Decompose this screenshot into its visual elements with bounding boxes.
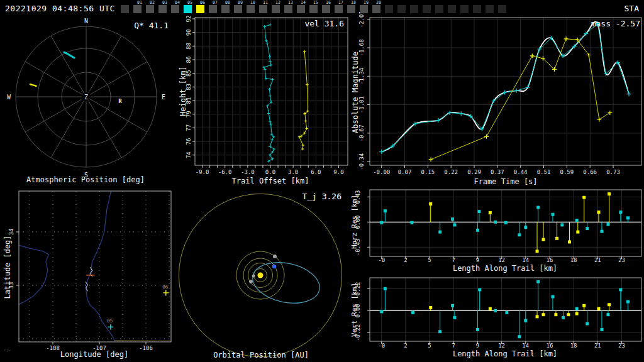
ground-map-plot: 0506-108-107-1063433 (8, 191, 171, 351)
station-indicator-11[interactable] (259, 5, 267, 13)
station-indicator-label: 04 (175, 0, 180, 5)
station-indicator-label: 15 (313, 0, 318, 5)
trail-offset-plot: 9290888685838179777674-9.0-6.0-3.00.03.0… (186, 16, 348, 175)
station-indicator-17[interactable] (335, 5, 343, 13)
svg-text:77: 77 (186, 124, 192, 131)
svg-text:12: 12 (498, 343, 505, 349)
frame-time-axis-label: Frame Time [s] (474, 178, 537, 185)
station-indicator-empty[interactable] (498, 5, 506, 13)
svg-text:9: 9 (476, 343, 479, 349)
station-indicator-label: 10 (250, 0, 255, 5)
svg-text:R: R (118, 98, 122, 104)
svg-text:23: 23 (618, 257, 625, 263)
vert-res-plot: -025791214161821230.220.00-0.22 (355, 278, 641, 349)
station-indicator-12[interactable] (272, 5, 280, 13)
station-indicator-13[interactable] (284, 5, 292, 13)
station-indicator-18[interactable] (347, 5, 355, 13)
station-indicator-16[interactable] (322, 5, 330, 13)
station-indicator-label: 20 (376, 0, 381, 5)
svg-text:-108: -108 (46, 345, 60, 351)
svg-text:E: E (162, 94, 165, 101)
station-strip: 0102030405060708091011121314151617181920 (0, 0, 644, 15)
svg-text:0.44: 0.44 (514, 169, 528, 175)
station-indicator-15[interactable] (309, 5, 318, 13)
station-indicator-empty[interactable] (410, 5, 418, 13)
svg-text:0.0: 0.0 (265, 169, 275, 175)
svg-text:86: 86 (186, 57, 192, 63)
station-indicator-label: 13 (288, 0, 293, 5)
atmospheric-title: Atmospheric Position [deg] (26, 176, 145, 184)
svg-text:0.15: 0.15 (421, 169, 435, 175)
station-indicator-empty[interactable] (423, 5, 431, 13)
station-indicator-09[interactable] (234, 5, 242, 13)
station-indicator-06[interactable] (196, 5, 204, 13)
svg-text:-6.0: -6.0 (218, 169, 232, 175)
trail-offset-axis-label: Trail Offset [km] (232, 177, 309, 185)
svg-text:14: 14 (522, 257, 529, 263)
station-indicator-label: 02 (150, 0, 155, 5)
station-indicator-empty[interactable] (397, 5, 406, 13)
station-indicator-empty[interactable] (473, 5, 481, 13)
svg-text:18: 18 (570, 257, 577, 263)
station-indicator-label: 11 (263, 0, 268, 5)
station-indicator-label: 14 (301, 0, 306, 5)
svg-text:2: 2 (404, 257, 407, 263)
svg-text:3.0: 3.0 (288, 169, 298, 175)
station-indicator-empty[interactable] (385, 5, 393, 13)
station-indicator-label: 01 (137, 0, 142, 5)
latitude-axis-label: Latitude [deg] (4, 235, 11, 299)
svg-text:-9.0: -9.0 (196, 169, 209, 175)
station-indicator-08[interactable] (221, 5, 230, 13)
station-indicator-label: 18 (351, 0, 356, 5)
station-indicator-empty[interactable] (435, 5, 443, 13)
watermark: rjw (4, 348, 11, 352)
svg-text:16: 16 (547, 343, 553, 349)
station-indicator-empty[interactable] (460, 5, 469, 13)
orbital-position-plot (179, 194, 341, 356)
planet-mars (273, 255, 277, 258)
svg-text:0.51: 0.51 (537, 169, 551, 175)
svg-text:0.37: 0.37 (491, 169, 504, 175)
station-indicator-01[interactable] (133, 5, 142, 13)
station-indicator-10[interactable] (247, 5, 255, 13)
vert-res-axis-label: Vert Res [km] (351, 283, 358, 337)
svg-text:0.59: 0.59 (560, 169, 574, 175)
tisserand-stat: T_j 3.26 (302, 192, 341, 200)
q-stat: Q* 41.1 (134, 21, 169, 30)
svg-text:21: 21 (594, 343, 601, 349)
station-indicator-label: 12 (275, 0, 280, 5)
station-indicator-04[interactable] (171, 5, 179, 13)
station-indicator-label: 16 (326, 0, 331, 5)
orbit-title: Orbital Position [AU] (213, 351, 309, 359)
svg-text:12: 12 (498, 257, 505, 263)
svg-text:W: W (7, 94, 11, 101)
station-indicator-empty[interactable] (448, 5, 456, 13)
station-indicator-07[interactable] (209, 5, 217, 13)
station-indicator-label: 03 (162, 0, 167, 5)
svg-text:9.0: 9.0 (333, 169, 343, 175)
svg-text:-0: -0 (378, 343, 385, 349)
station-indicator-14[interactable] (297, 5, 305, 13)
svg-text:7: 7 (452, 343, 455, 349)
longitude-axis-label: Longitude [deg] (60, 351, 128, 358)
svg-text:06: 06 (162, 284, 169, 290)
height-axis-label: Height [km] (179, 66, 187, 116)
station-indicator-19[interactable] (360, 5, 368, 13)
svg-text:90: 90 (186, 29, 192, 36)
svg-text:92: 92 (186, 16, 192, 23)
station-indicator-03[interactable] (158, 5, 167, 13)
station-indicator-label: 06 (200, 0, 205, 5)
vert-length-axis-label: Length Along Trail [km] (453, 350, 557, 358)
magnitude-plot: -0.000.070.150.220.290.370.440.510.590.6… (358, 11, 641, 175)
station-indicator-05[interactable] (184, 5, 192, 13)
station-indicator-empty[interactable] (486, 5, 494, 13)
svg-text:2: 2 (404, 343, 407, 349)
station-indicator-20[interactable] (372, 5, 380, 13)
svg-text:14: 14 (522, 343, 529, 349)
planet-venus (249, 280, 253, 283)
station-mode-label[interactable]: STA (625, 4, 639, 13)
svg-text:0.66: 0.66 (583, 169, 597, 175)
station-indicator-blank[interactable] (121, 5, 129, 13)
station-indicator-02[interactable] (146, 5, 154, 13)
velocity-stat: vel 31.6 (304, 19, 344, 28)
